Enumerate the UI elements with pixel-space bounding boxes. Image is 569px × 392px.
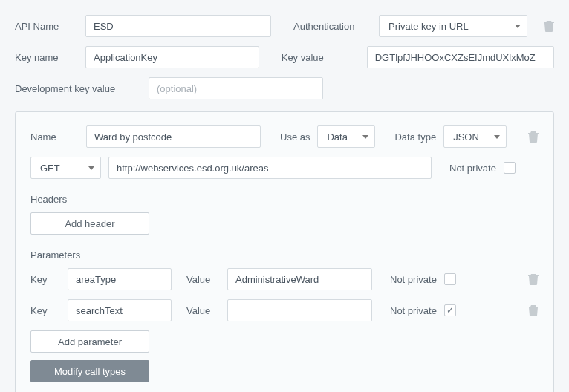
url-input[interactable] bbox=[108, 157, 432, 179]
modify-call-types-button[interactable]: Modify call types bbox=[30, 360, 149, 382]
data-type-label: Data type bbox=[394, 131, 436, 143]
data-type-select[interactable]: JSON bbox=[443, 125, 507, 148]
param-row: Key Value Not private bbox=[30, 268, 539, 290]
delete-call-icon[interactable] bbox=[528, 131, 539, 143]
param-not-private-label: Not private bbox=[390, 305, 437, 316]
param-key-input[interactable] bbox=[68, 299, 172, 321]
param-not-private-checkbox[interactable] bbox=[444, 273, 456, 285]
call-name-label: Name bbox=[30, 131, 79, 143]
param-value-input[interactable] bbox=[227, 268, 372, 290]
param-value-input[interactable] bbox=[227, 299, 372, 321]
use-as-value: Data bbox=[327, 131, 347, 143]
parameters-title: Parameters bbox=[30, 249, 539, 261]
use-as-select[interactable]: Data bbox=[317, 125, 375, 148]
param-key-label: Key bbox=[30, 305, 60, 316]
dev-key-input[interactable] bbox=[149, 77, 323, 99]
param-key-input[interactable] bbox=[68, 268, 172, 290]
method-select[interactable]: GET bbox=[30, 157, 101, 179]
method-value: GET bbox=[40, 163, 60, 174]
delete-param-icon[interactable] bbox=[528, 304, 539, 316]
param-key-label: Key bbox=[30, 274, 60, 285]
auth-label: Authentication bbox=[293, 21, 371, 32]
chevron-down-icon bbox=[515, 24, 521, 28]
param-row: Key Value Not private bbox=[30, 299, 539, 321]
call-not-private-checkbox[interactable] bbox=[504, 162, 516, 174]
api-name-label: API Name bbox=[15, 21, 78, 32]
chevron-down-icon bbox=[494, 135, 500, 139]
param-value-label: Value bbox=[186, 274, 220, 285]
param-value-label: Value bbox=[186, 305, 220, 316]
chevron-down-icon bbox=[362, 135, 368, 139]
key-name-label: Key name bbox=[15, 52, 78, 63]
key-value-label: Key value bbox=[282, 52, 360, 63]
key-value-input[interactable] bbox=[367, 46, 554, 68]
dev-key-label: Development key value bbox=[15, 83, 141, 94]
call-panel: Name Use as Data Data type JSON GET Not … bbox=[15, 111, 554, 392]
param-not-private-label: Not private bbox=[390, 274, 437, 285]
call-name-input[interactable] bbox=[86, 125, 261, 148]
chevron-down-icon bbox=[88, 166, 94, 170]
api-name-input[interactable] bbox=[85, 15, 271, 37]
headers-title: Headers bbox=[30, 194, 539, 205]
auth-select[interactable]: Private key in URL bbox=[379, 15, 527, 37]
add-parameter-button[interactable]: Add parameter bbox=[30, 330, 149, 353]
auth-select-value: Private key in URL bbox=[388, 21, 469, 32]
delete-param-icon[interactable] bbox=[528, 273, 539, 285]
key-name-input[interactable] bbox=[85, 46, 259, 68]
call-not-private-label: Not private bbox=[449, 163, 496, 174]
delete-api-icon[interactable] bbox=[544, 20, 554, 32]
add-header-button[interactable]: Add header bbox=[30, 212, 149, 235]
data-type-value: JSON bbox=[453, 131, 479, 143]
param-not-private-checkbox[interactable] bbox=[444, 304, 456, 316]
use-as-label: Use as bbox=[280, 131, 310, 143]
